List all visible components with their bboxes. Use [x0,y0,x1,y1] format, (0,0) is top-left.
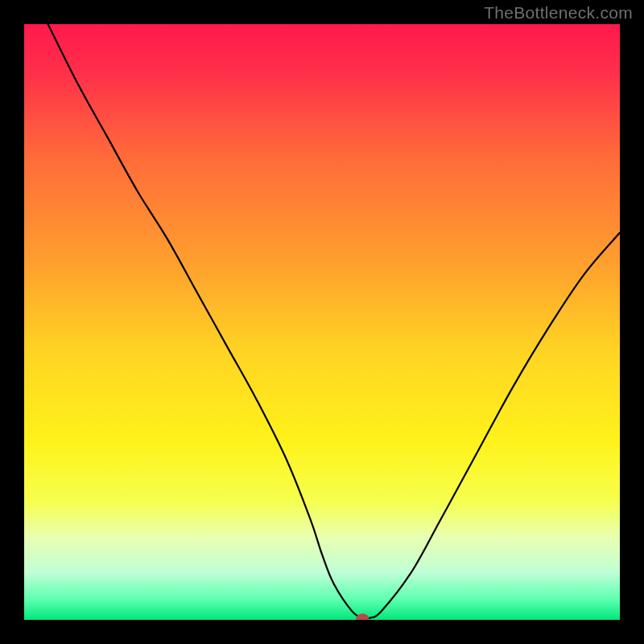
plot-area [24,24,620,620]
bottleneck-chart [24,24,620,620]
chart-frame: TheBottleneck.com [0,0,644,644]
gradient-background [24,24,620,620]
watermark-label: TheBottleneck.com [484,3,633,23]
